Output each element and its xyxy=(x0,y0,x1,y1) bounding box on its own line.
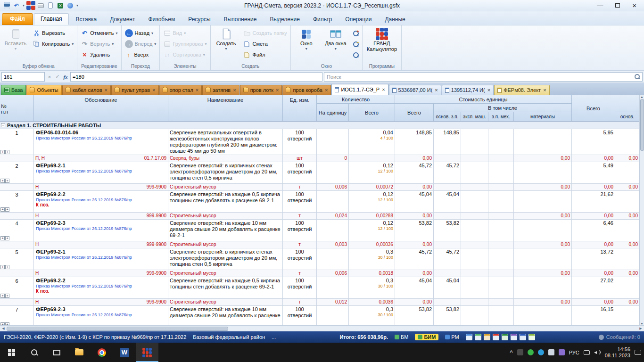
cell-justification[interactable]: П, Н01.7.17.09 xyxy=(34,155,168,162)
close-button[interactable]: × xyxy=(632,1,636,9)
status-dots[interactable]: ... xyxy=(272,334,276,340)
table-row[interactable]: 5 ++ ФЕРр69-2-1 Приказ Минстроя России о… xyxy=(0,248,639,270)
doc-tab-close-icon[interactable]: × xyxy=(233,88,236,93)
cell-unit[interactable]: 100 отверстий xyxy=(283,129,317,155)
cell-total-base[interactable]: 0,00 xyxy=(615,241,639,248)
row-expand-icons[interactable]: ++ xyxy=(0,265,9,269)
doc-tab-close-icon[interactable]: × xyxy=(543,88,546,93)
cell-name[interactable]: Сверление вертикальных отверстий в желез… xyxy=(168,129,283,155)
cell-unit[interactable]: шт xyxy=(283,155,317,162)
cell-name[interactable]: Сверление отверстий: на каждые 10 мм диа… xyxy=(168,306,283,325)
cell-machines[interactable] xyxy=(461,248,488,270)
two-windows-button[interactable]: Два окна ▾ xyxy=(322,26,350,51)
cell-base-salary[interactable]: 53,82 xyxy=(434,220,461,241)
cell-unit[interactable]: 100 отверстий xyxy=(283,220,317,241)
status-view-icon-8[interactable] xyxy=(528,334,535,340)
cell-base-salary[interactable] xyxy=(434,270,461,277)
doc-tab-1[interactable]: Объекты xyxy=(26,85,61,95)
cell-total-base[interactable] xyxy=(615,129,639,155)
cell-num[interactable]: 7 ++ xyxy=(0,306,34,325)
resource-row[interactable]: П, Н01.7.17.09 Сверла, буры шт 0 0,00 0,… xyxy=(0,155,639,162)
cell-name[interactable]: Сверление отверстий: в кирпичных стенах … xyxy=(168,162,283,183)
doc-tab-11[interactable]: ФЕРм08. Элект× xyxy=(494,85,549,95)
cell-name[interactable]: Строительный мусор xyxy=(168,213,283,219)
cell-num[interactable] xyxy=(0,184,34,190)
ribbon-tab-vydelenie[interactable]: Выделение xyxy=(264,14,306,25)
cell-materials[interactable]: 0,00 xyxy=(514,184,572,190)
cell-materials[interactable] xyxy=(514,191,572,212)
cell-qty-per[interactable]: 0,024 xyxy=(317,213,349,219)
delete-button[interactable]: × Удалить xyxy=(79,50,119,59)
cell-materials[interactable] xyxy=(514,220,572,241)
col-header-qty-total[interactable]: Всего xyxy=(349,104,395,121)
cell-machines[interactable] xyxy=(461,191,488,212)
cell-total[interactable]: 13,72 xyxy=(572,248,615,270)
cell-qty-per[interactable]: 0 xyxy=(317,155,349,162)
cell-machines[interactable] xyxy=(461,213,488,219)
row-expand-icons[interactable]: ++ xyxy=(0,179,9,183)
cell-base-salary[interactable]: 45,72 xyxy=(434,162,461,183)
scroll-left-icon[interactable]: ◀ xyxy=(0,327,7,330)
cell-mech-salary[interactable] xyxy=(488,162,514,183)
taskbar-search-button[interactable] xyxy=(23,343,45,362)
cell-total[interactable]: 21,62 xyxy=(572,191,615,212)
cell-qty-per[interactable] xyxy=(317,277,349,298)
horizontal-scroll-thumb[interactable] xyxy=(7,327,228,331)
function-icon[interactable]: fx xyxy=(62,74,69,80)
table-row[interactable]: 6 ++ ФЕРр69-2-2 Приказ Минстроя России о… xyxy=(0,277,639,299)
status-view-icon-6[interactable] xyxy=(511,334,517,340)
doc-tab-close-icon[interactable]: × xyxy=(152,88,155,93)
cell-total-base[interactable] xyxy=(615,248,639,270)
cell-cost-total[interactable]: 53,82 xyxy=(395,306,434,325)
cell-num[interactable]: 6 ++ xyxy=(0,277,34,298)
doc-tab-3[interactable]: пульт управ× xyxy=(111,85,159,95)
cell-justification[interactable]: ФЕРр69-2-3 Приказ Минстроя России от 26.… xyxy=(34,220,168,241)
ribbon-tab-vypolnenie[interactable]: Выполнение xyxy=(218,14,263,25)
cell-unit[interactable]: 100 отверстий xyxy=(283,191,317,212)
paste-button[interactable]: Вставить ▾ xyxy=(1,26,30,51)
keyboard-icon[interactable] xyxy=(584,350,590,355)
grand-calculator-button[interactable]: ГРАНДКалькулятор xyxy=(364,26,400,52)
col-header-machines[interactable]: эксп. маш. xyxy=(461,112,488,121)
tray-icon-3[interactable] xyxy=(538,349,544,355)
col-header-mech-salary[interactable]: з.п. мех. xyxy=(488,112,514,121)
doc-tab-close-icon[interactable]: × xyxy=(435,88,438,93)
row-expand-icons[interactable]: ++ xyxy=(0,207,9,212)
row-expand-icons[interactable]: ++ xyxy=(0,150,9,154)
window-button[interactable]: Окно ▾ xyxy=(292,26,321,51)
doc-tab-close-icon[interactable]: × xyxy=(276,88,279,93)
cell-qty-per[interactable]: 0,006 xyxy=(317,184,349,190)
grouping-button[interactable]: Группировка▾ xyxy=(161,39,208,49)
view-button[interactable]: Вид▾ xyxy=(161,28,208,38)
cell-justification[interactable]: ФЕР46-03-014-06 Приказ Минстроя России о… xyxy=(34,129,168,155)
search-input[interactable] xyxy=(324,74,634,80)
save-icon[interactable] xyxy=(3,2,10,9)
cell-cost-total[interactable]: 148,85 xyxy=(395,129,434,155)
zoom-search-button[interactable] xyxy=(351,50,361,59)
start-button[interactable] xyxy=(0,343,23,362)
cell-machines[interactable] xyxy=(461,220,488,241)
cell-cost-total[interactable]: 0,00 xyxy=(395,213,434,219)
col-header-quantity[interactable]: Количество xyxy=(317,95,395,104)
cell-qty-total[interactable]: 0,330 / 100 xyxy=(349,248,395,270)
cell-total-base[interactable]: 0,00 xyxy=(615,155,639,162)
zoom-out-button[interactable]: − xyxy=(351,39,361,49)
vertical-scroll-thumb[interactable] xyxy=(640,99,644,151)
doc-tab-8[interactable]: ИОС1.1.7-СЭ_Р× xyxy=(331,84,388,95)
ribbon-tab-document[interactable]: Документ xyxy=(104,14,141,25)
bim-toggle[interactable]: БИМ xyxy=(415,334,438,340)
cell-name[interactable]: Строительный мусор xyxy=(168,241,283,248)
cell-cost-total[interactable]: 0,00 xyxy=(395,155,434,162)
tray-icon-5[interactable] xyxy=(559,349,565,355)
cell-unit[interactable]: 100 отверстий xyxy=(283,306,317,325)
cell-base-salary[interactable]: 45,72 xyxy=(434,248,461,270)
cell-cost-total[interactable]: 0,00 xyxy=(395,270,434,277)
cell-name[interactable]: Сверление отверстий: на каждые 0,5 кирпи… xyxy=(168,277,283,298)
cell-mech-salary[interactable] xyxy=(488,213,514,219)
cell-total-base[interactable]: 0,00 xyxy=(615,270,639,277)
doc-tab-close-icon[interactable]: × xyxy=(325,88,328,93)
doc-tab-close-icon[interactable]: × xyxy=(196,88,198,93)
resource-row[interactable]: Н999-9900 Строительный мусор т 0,006 0,0… xyxy=(0,270,639,277)
cell-qty-total[interactable]: 0,00072 xyxy=(349,184,395,190)
cell-mech-salary[interactable] xyxy=(488,155,514,162)
